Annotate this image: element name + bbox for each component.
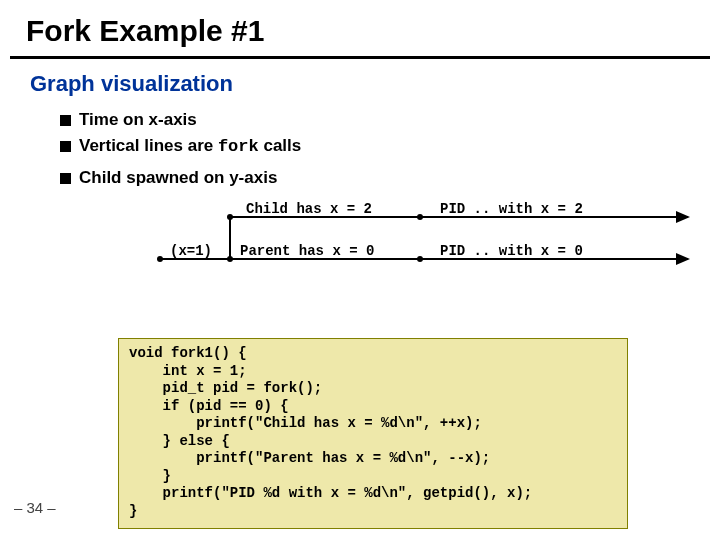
bullet-item: Child spawned on y-axis — [60, 165, 720, 191]
svg-point-4 — [227, 256, 233, 262]
bullet-item: Time on x-axis — [60, 107, 720, 133]
svg-point-3 — [157, 256, 163, 262]
slide-title: Fork Example #1 — [0, 0, 720, 48]
bullet-text-post: calls — [259, 136, 302, 155]
square-bullet-icon — [60, 115, 71, 126]
graph-label-init: (x=1) — [170, 243, 212, 259]
bullet-text: Time on x-axis — [79, 110, 197, 130]
bullet-text: Child spawned on y-axis — [79, 168, 277, 188]
square-bullet-icon — [60, 173, 71, 184]
bullet-text-pre: Vertical lines are — [79, 136, 218, 155]
code-box: void fork1() { int x = 1; pid_t pid = fo… — [118, 338, 628, 529]
fork-graph: Child has x = 2 PID .. with x = 2 (x=1) … — [0, 199, 720, 279]
bullet-list: Time on x-axis Vertical lines are fork c… — [0, 97, 720, 191]
bullet-text-mono: fork — [218, 137, 259, 156]
graph-label-child-right: PID .. with x = 2 — [440, 201, 583, 217]
bullet-text: Vertical lines are fork calls — [79, 136, 301, 156]
graph-label-child-left: Child has x = 2 — [246, 201, 372, 217]
square-bullet-icon — [60, 141, 71, 152]
graph-label-parent-left: Parent has x = 0 — [240, 243, 374, 259]
graph-label-parent-right: PID .. with x = 0 — [440, 243, 583, 259]
page-number: – 34 – — [14, 499, 56, 516]
slide-subtitle: Graph visualization — [0, 59, 720, 97]
svg-point-6 — [227, 214, 233, 220]
svg-point-7 — [417, 214, 423, 220]
bullet-item: Vertical lines are fork calls — [60, 133, 720, 159]
svg-point-5 — [417, 256, 423, 262]
